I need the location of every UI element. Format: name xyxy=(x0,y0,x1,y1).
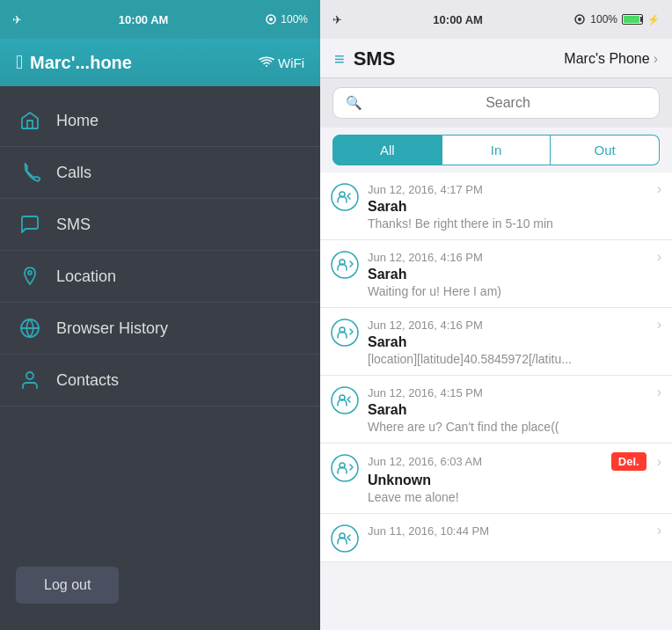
right-status-indicators: 100% ⚡ xyxy=(573,13,660,26)
sms-header: ≡ SMS Marc's Phone › xyxy=(320,39,672,78)
sms-icon xyxy=(18,212,42,237)
message-date: Jun 12, 2016, 4:17 PM xyxy=(368,183,483,196)
header-left: ≡ SMS xyxy=(334,48,395,70)
filter-tabs: All In Out xyxy=(320,128,672,172)
left-status-signal: ✈ xyxy=(12,13,22,26)
message-date: Jun 12, 2016, 4:16 PM xyxy=(368,251,483,264)
messages-list: Jun 12, 2016, 4:17 PM › Sarah Thanks! Be… xyxy=(320,172,672,630)
message-content: Jun 12, 2016, 4:15 PM › Sarah Where are … xyxy=(368,385,661,434)
message-content: Jun 11, 2016, 10:44 PM › xyxy=(368,523,661,540)
sidebar-item-label-browser: Browser History xyxy=(56,319,168,338)
message-item[interactable]: Jun 12, 2016, 4:15 PM › Sarah Where are … xyxy=(320,376,672,443)
right-signal-icon xyxy=(573,13,586,26)
message-content: Jun 12, 2016, 4:17 PM › Sarah Thanks! Be… xyxy=(368,181,661,231)
message-chevron-icon: › xyxy=(657,523,661,538)
message-chevron-icon: › xyxy=(657,317,661,333)
device-name: Marc'...hone xyxy=(30,53,132,73)
message-meta: Jun 12, 2016, 4:17 PM › xyxy=(368,181,661,197)
message-preview: Leave me alone! xyxy=(368,490,614,504)
right-status-time: 10:00 AM xyxy=(433,13,483,26)
wifi-icon xyxy=(259,56,274,69)
msg-incoming-icon xyxy=(331,183,359,211)
msg-outgoing-icon xyxy=(331,319,359,347)
message-chevron-icon: › xyxy=(657,249,661,265)
left-status-right: 100% xyxy=(265,13,308,26)
tab-all[interactable]: All xyxy=(332,135,442,165)
header-chevron-icon: › xyxy=(654,51,658,67)
msg-incoming-icon xyxy=(331,524,359,553)
message-item[interactable]: Jun 12, 2016, 4:17 PM › Sarah Thanks! Be… xyxy=(320,172,672,240)
message-item[interactable]: Jun 12, 2016, 4:16 PM › Sarah Waiting fo… xyxy=(320,240,672,308)
message-sender: Sarah xyxy=(368,402,661,418)
sidebar-item-label-home: Home xyxy=(56,112,99,130)
message-sender: Sarah xyxy=(368,199,661,215)
message-sender: Sarah xyxy=(368,334,661,350)
menu-icon[interactable]: ≡ xyxy=(334,49,345,70)
message-meta-right: › xyxy=(652,249,661,265)
sidebar-item-label-location: Location xyxy=(56,267,116,286)
message-date: Jun 12, 2016, 4:15 PM xyxy=(368,386,483,399)
svg-point-2 xyxy=(28,271,32,275)
message-content: Jun 12, 2016, 4:16 PM › Sarah Waiting fo… xyxy=(368,249,661,298)
message-date: Jun 11, 2016, 10:44 PM xyxy=(368,524,489,538)
message-meta-right: Del. › xyxy=(611,452,661,471)
logout-area: Log out xyxy=(0,549,320,630)
sidebar-item-calls[interactable]: Calls xyxy=(0,147,320,199)
right-status-signal: ✈ xyxy=(332,13,342,26)
sidebar-item-sms[interactable]: SMS xyxy=(0,199,320,251)
nav-menu: Home Calls SMS xyxy=(0,86,320,549)
left-panel: ✈ 10:00 AM 100%  Marc'...hone WiFi xyxy=(0,0,320,630)
phone-icon xyxy=(18,160,42,185)
sidebar-item-home[interactable]: Home xyxy=(0,95,320,147)
message-preview: Waiting for u! Here I am) xyxy=(368,284,614,298)
svg-point-6 xyxy=(578,18,581,21)
message-meta-right: › xyxy=(652,385,661,400)
sidebar-item-contacts[interactable]: Contacts xyxy=(0,355,320,407)
search-container: 🔍 xyxy=(320,78,672,128)
location-icon xyxy=(18,264,42,289)
sidebar-item-label-contacts: Contacts xyxy=(56,371,119,390)
header-device[interactable]: Marc's Phone › xyxy=(564,51,658,67)
message-preview: Thanks! Be right there in 5-10 min xyxy=(368,216,614,231)
left-status-bar: ✈ 10:00 AM 100% xyxy=(0,0,320,39)
sidebar-item-label-sms: SMS xyxy=(56,216,91,234)
message-preview: Where are u? Can't find the place(( xyxy=(368,420,614,434)
tab-out[interactable]: Out xyxy=(551,135,660,165)
left-status-time: 10:00 AM xyxy=(119,13,169,26)
message-item[interactable]: Jun 12, 2016, 6:03 AM Del. › Unknown Lea… xyxy=(320,443,672,514)
device-label: Marc's Phone xyxy=(564,51,649,67)
msg-incoming-icon xyxy=(331,386,359,414)
contacts-icon xyxy=(18,368,42,392)
tab-in[interactable]: In xyxy=(442,135,551,165)
message-item[interactable]: Jun 11, 2016, 10:44 PM › xyxy=(320,514,672,562)
message-chevron-icon: › xyxy=(657,454,661,470)
message-chevron-icon: › xyxy=(657,181,661,197)
msg-outgoing-icon xyxy=(331,454,359,482)
message-content: Jun 12, 2016, 6:03 AM Del. › Unknown Lea… xyxy=(368,452,661,504)
page-title: SMS xyxy=(354,48,396,70)
message-meta: Jun 12, 2016, 4:16 PM › xyxy=(368,249,661,265)
message-meta-right: › xyxy=(652,317,661,333)
message-chevron-icon: › xyxy=(657,385,661,400)
svg-point-1 xyxy=(269,18,273,21)
battery-icon xyxy=(622,14,643,25)
message-sender: Sarah xyxy=(368,267,661,282)
search-magnifier-icon: 🔍 xyxy=(346,95,362,111)
sidebar-item-location[interactable]: Location xyxy=(0,251,320,303)
message-meta: Jun 11, 2016, 10:44 PM › xyxy=(368,523,661,538)
delete-badge[interactable]: Del. xyxy=(611,452,646,471)
wifi-label: WiFi xyxy=(278,55,304,70)
signal-icon xyxy=(265,13,277,26)
search-bar[interactable]: 🔍 xyxy=(332,87,660,119)
logout-button[interactable]: Log out xyxy=(16,567,119,604)
message-item[interactable]: Jun 12, 2016, 4:16 PM › Sarah [location]… xyxy=(320,308,672,376)
home-icon xyxy=(18,108,42,133)
wifi-indicator: WiFi xyxy=(259,55,304,70)
message-preview: [location][latitude]40.5845972[/latitu..… xyxy=(368,352,614,366)
message-meta: Jun 12, 2016, 6:03 AM Del. › xyxy=(368,452,661,471)
sidebar-item-browser[interactable]: Browser History xyxy=(0,303,320,355)
message-content: Jun 12, 2016, 4:16 PM › Sarah [location]… xyxy=(368,317,661,366)
device-name-container:  Marc'...hone xyxy=(16,51,132,74)
search-input[interactable] xyxy=(369,95,646,111)
right-panel: ✈ 10:00 AM 100% ⚡ ≡ SMS Marc's Phone › 🔍 xyxy=(320,0,672,630)
